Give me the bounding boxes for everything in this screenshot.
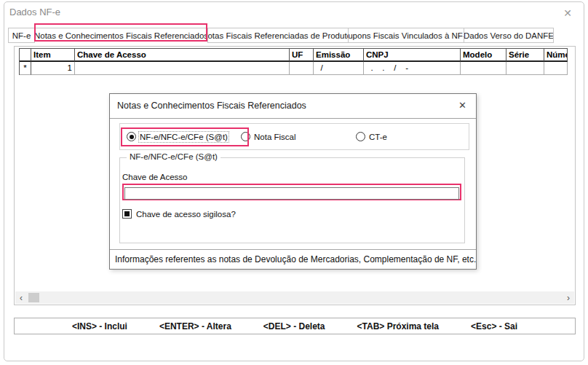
- col-header-uf: UF: [290, 49, 314, 62]
- data-grid: Item Chave de Acesso UF Emissão CNPJ Mod…: [19, 48, 568, 75]
- radio-unselected-icon[interactable]: [356, 132, 365, 141]
- col-header-serie: Série: [506, 49, 544, 62]
- col-header-marker: [20, 49, 31, 62]
- chave-de-acesso-input-highlight: [122, 184, 461, 200]
- chave-de-acesso-input[interactable]: [124, 187, 459, 200]
- radio-cte[interactable]: CT-e: [356, 124, 387, 149]
- screenshot-root: Dados NF-e ✕ NF-e Notas e Conhecimentos …: [0, 0, 588, 365]
- tab-notas-produtor[interactable]: Notas Fiscais Referenciadas de Produtor: [208, 28, 349, 43]
- annotation-highlight-radio: [121, 127, 249, 146]
- col-header-chave: Chave de Acesso: [75, 49, 290, 62]
- cell-cnpj[interactable]: . . / -: [364, 62, 461, 75]
- window-title: Dados NF-e: [9, 7, 60, 17]
- dialog-title-separator: [110, 118, 476, 119]
- radio-label[interactable]: Nota Fiscal: [254, 133, 296, 141]
- hotkey-bar: <INS> - Inclui <ENTER> - Altera <DEL> - …: [14, 318, 576, 334]
- tab-cupons-fiscais[interactable]: Cupons Fiscais Vinculados à NF-e: [349, 28, 464, 43]
- checkbox-label[interactable]: Chave de acesso sigilosa?: [136, 210, 236, 219]
- hotkey-ins: <INS> - Inclui: [72, 321, 127, 331]
- tab-nfe[interactable]: NF-e: [8, 28, 35, 43]
- scroll-left-icon[interactable]: ‹: [15, 291, 27, 304]
- chave-de-acesso-label: Chave de Acesso: [122, 173, 188, 181]
- scroll-right-icon[interactable]: ›: [563, 291, 574, 304]
- row-marker: *: [20, 62, 31, 75]
- hotkey-tab: <TAB> Próxima tela: [357, 321, 440, 331]
- horizontal-scrollbar[interactable]: ‹ ›: [15, 291, 574, 304]
- cell-chave[interactable]: [75, 62, 290, 75]
- sigilosa-checkbox-row[interactable]: Chave de acesso sigilosa?: [122, 209, 236, 219]
- col-header-emissao: Emissão: [314, 49, 364, 62]
- cell-serie[interactable]: [506, 62, 544, 75]
- tab-verso-danfe[interactable]: Dados Verso do DANFE: [464, 28, 554, 43]
- dialog-title: Notas e Conhecimentos Fiscais Referencia…: [117, 101, 306, 111]
- cell-emissao[interactable]: /: [314, 62, 364, 75]
- col-header-cnpj: CNPJ: [364, 49, 461, 62]
- hotkey-del: <DEL> - Deleta: [263, 321, 325, 331]
- radio-label[interactable]: CT-e: [369, 133, 387, 141]
- dialog-status-bar: Informações referentes as notas de Devol…: [110, 249, 476, 269]
- dialog-close-icon[interactable]: ✕: [458, 100, 466, 111]
- referenced-notes-dialog: Notas e Conhecimentos Fiscais Referencia…: [109, 93, 477, 270]
- radio-nota-fiscal[interactable]: Nota Fiscal: [241, 124, 296, 149]
- col-header-modelo: Modelo: [461, 49, 506, 62]
- col-header-item: Item: [31, 49, 75, 62]
- checkbox-checked-icon[interactable]: [122, 209, 132, 219]
- cell-modelo[interactable]: [461, 62, 506, 75]
- groupbox-caption: NF-e/NFC-e/CFe (S@t): [127, 152, 220, 161]
- hotkey-esc: <Esc> - Sai: [471, 321, 517, 331]
- nfe-groupbox: NF-e/NFC-e/CFe (S@t): [119, 157, 465, 243]
- close-icon[interactable]: ✕: [563, 7, 572, 19]
- col-header-numero: Número: [544, 49, 568, 62]
- cell-uf[interactable]: [290, 62, 314, 75]
- cell-item[interactable]: 1: [31, 62, 75, 75]
- scrollbar-thumb[interactable]: [28, 293, 39, 302]
- hotkey-enter: <ENTER> - Altera: [159, 321, 231, 331]
- annotation-highlight-tab: [34, 23, 207, 42]
- cell-numero[interactable]: [544, 62, 568, 75]
